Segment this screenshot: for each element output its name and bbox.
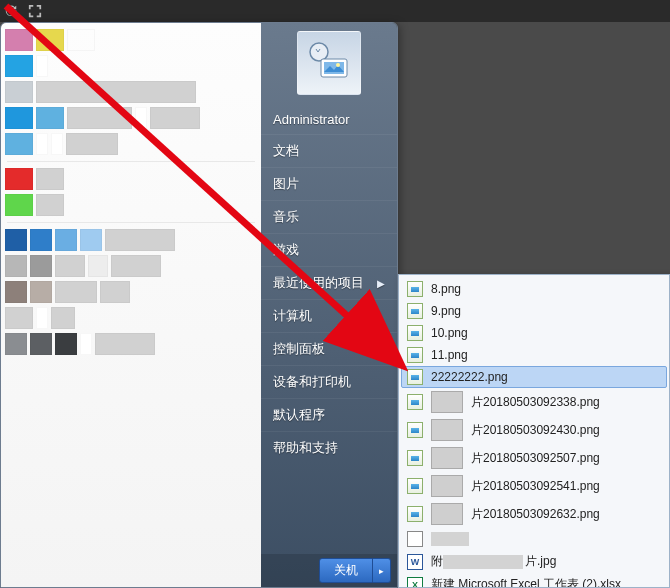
account-picture[interactable] (297, 31, 361, 95)
menu-item-7[interactable]: 设备和打印机 (261, 365, 397, 398)
color-swatch (5, 55, 33, 77)
pinned-item-row[interactable] (5, 333, 257, 355)
file-name-label: 片20180503092507.png (471, 450, 600, 467)
menu-item-label: 控制面板 (273, 340, 325, 358)
pinned-item-row[interactable] (5, 194, 257, 216)
txt-file-icon (407, 531, 423, 547)
shutdown-area: 关机 ▸ (261, 554, 397, 587)
recent-file-item[interactable]: 8.png (401, 278, 667, 300)
recent-file-item[interactable]: 片20180503092541.png (401, 472, 667, 500)
pinned-item-row[interactable] (5, 281, 257, 303)
recent-file-item[interactable]: 22222222.png (401, 366, 667, 388)
menu-item-0[interactable]: 文档 (261, 134, 397, 167)
file-thumbnail (431, 503, 463, 525)
pinned-item-row[interactable] (5, 229, 257, 251)
color-swatch (51, 133, 63, 155)
pinned-item-row[interactable] (5, 55, 257, 77)
color-swatch (51, 307, 75, 329)
color-swatch (67, 107, 132, 129)
file-name-label: 11.png (431, 348, 468, 362)
recent-file-item[interactable]: 11.png (401, 344, 667, 366)
file-name-label (431, 532, 471, 547)
image-file-icon (407, 281, 423, 297)
menu-item-5[interactable]: 计算机 (261, 299, 397, 332)
color-swatch (5, 29, 33, 51)
file-name-label: 8.png (431, 282, 461, 296)
color-swatch (36, 168, 64, 190)
start-menu: Administrator文档图片音乐游戏最近使用的项目▶计算机控制面板设备和打… (0, 22, 398, 588)
excel-file-icon: X (407, 577, 423, 589)
shutdown-options-arrow[interactable]: ▸ (373, 558, 391, 583)
pinned-item-row[interactable] (5, 107, 257, 129)
menu-item-label: 最近使用的项目 (273, 274, 364, 292)
file-name-label: 9.png (431, 304, 461, 318)
menu-item-label: 计算机 (273, 307, 312, 325)
menu-item-2[interactable]: 音乐 (261, 200, 397, 233)
submenu-arrow-icon: ▶ (377, 278, 385, 289)
color-swatch (88, 255, 108, 277)
image-file-icon (407, 506, 423, 522)
menu-item-4[interactable]: 最近使用的项目▶ (261, 266, 397, 299)
image-file-icon (407, 325, 423, 341)
recent-file-item[interactable]: 片20180503092507.png (401, 444, 667, 472)
color-swatch (5, 333, 27, 355)
color-swatch (36, 194, 64, 216)
menu-item-1[interactable]: 图片 (261, 167, 397, 200)
color-swatch (66, 133, 118, 155)
image-file-icon (407, 394, 423, 410)
file-name-label: 附片.jpg (431, 553, 556, 570)
rotate-icon[interactable] (2, 2, 20, 20)
color-swatch (80, 333, 92, 355)
color-swatch (30, 333, 52, 355)
file-thumbnail (431, 447, 463, 469)
recent-file-item[interactable]: 9.png (401, 300, 667, 322)
pinned-item-row[interactable] (5, 81, 257, 103)
color-swatch (30, 255, 52, 277)
menu-item-label: 图片 (273, 175, 299, 193)
color-swatch (36, 133, 48, 155)
menu-item-label: 音乐 (273, 208, 299, 226)
menu-item-6[interactable]: 控制面板 (261, 332, 397, 365)
color-swatch (80, 229, 102, 251)
recent-file-item[interactable]: 片20180503092430.png (401, 416, 667, 444)
file-name-label: 片20180503092430.png (471, 422, 600, 439)
image-file-icon (407, 369, 423, 385)
menu-item-8[interactable]: 默认程序 (261, 398, 397, 431)
menu-item-3[interactable]: 游戏 (261, 233, 397, 266)
menu-item-user[interactable]: Administrator (261, 105, 397, 134)
recent-file-item[interactable]: 10.png (401, 322, 667, 344)
pinned-item-row[interactable] (5, 29, 257, 51)
svg-rect-2 (324, 62, 344, 74)
image-file-icon (407, 347, 423, 363)
menu-item-9[interactable]: 帮助和支持 (261, 431, 397, 464)
fullscreen-icon[interactable] (26, 2, 44, 20)
color-swatch (5, 307, 33, 329)
menu-item-label: 设备和打印机 (273, 373, 351, 391)
color-swatch (36, 29, 64, 51)
file-name-label: 片20180503092338.png (471, 394, 600, 411)
color-swatch (30, 229, 52, 251)
pinned-item-row[interactable] (5, 307, 257, 329)
image-file-icon (407, 450, 423, 466)
recent-file-item[interactable]: 片20180503092338.png (401, 388, 667, 416)
file-name-label: 22222222.png (431, 370, 508, 384)
color-swatch (5, 107, 33, 129)
start-menu-left-panel (1, 23, 261, 587)
color-swatch (5, 194, 33, 216)
color-swatch (5, 133, 33, 155)
color-swatch (150, 107, 200, 129)
color-swatch (55, 229, 77, 251)
recent-file-item[interactable]: W附片.jpg (401, 550, 667, 573)
color-swatch (30, 281, 52, 303)
color-swatch (135, 107, 147, 129)
shutdown-button[interactable]: 关机 (319, 558, 373, 583)
file-name-label: 片20180503092632.png (471, 506, 600, 523)
file-thumbnail (431, 419, 463, 441)
pinned-item-row[interactable] (5, 168, 257, 190)
pinned-item-row[interactable] (5, 255, 257, 277)
pinned-item-row[interactable] (5, 133, 257, 155)
recent-file-item[interactable]: 片20180503092632.png (401, 500, 667, 528)
color-swatch (55, 255, 85, 277)
recent-file-item[interactable]: X新建 Microsoft Excel 工作表 (2).xlsx (401, 573, 667, 588)
recent-file-item[interactable] (401, 528, 667, 550)
